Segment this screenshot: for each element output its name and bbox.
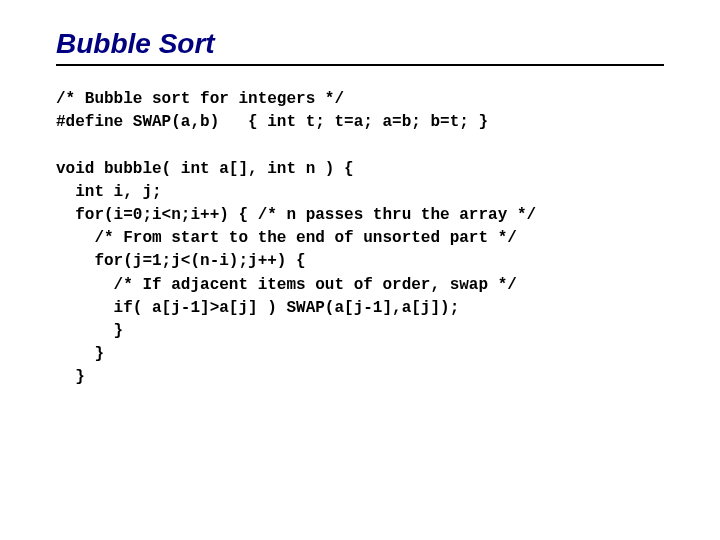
slide: Bubble Sort /* Bubble sort for integers … [0, 0, 720, 417]
code-block: /* Bubble sort for integers */ #define S… [56, 88, 664, 389]
slide-title: Bubble Sort [56, 28, 664, 66]
